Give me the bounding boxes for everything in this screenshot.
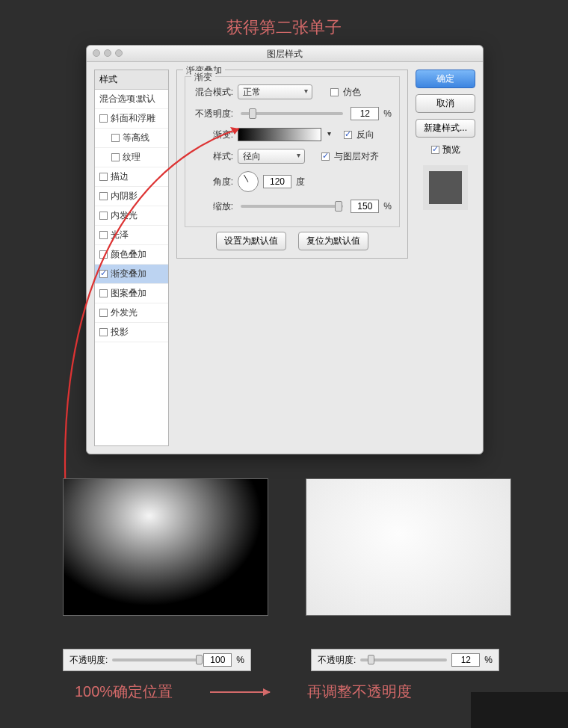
scale-label: 缩放: xyxy=(193,200,233,213)
dither-checkbox[interactable] xyxy=(330,88,339,96)
opacity-slider-right[interactable] xyxy=(360,658,447,661)
dialog-right-column: 确定 取消 新建样式... 预览 xyxy=(416,70,475,446)
annotation-title: 获得第二张单子 xyxy=(0,0,568,39)
overlay-patch xyxy=(471,692,568,728)
gradient-overlay-panel: 渐变叠加 渐变 混合模式: 正常 仿色 不透明度: % xyxy=(176,70,408,446)
dialog-titlebar: 图层样式 xyxy=(87,46,483,62)
styles-sidebar: 样式 混合选项:默认 斜面和浮雕 等高线 纹理 描边 内阴影 内发光 光泽 颜色… xyxy=(94,70,169,446)
preview-label: 预览 xyxy=(442,144,460,156)
opacity-input[interactable] xyxy=(351,107,379,120)
make-default-button[interactable]: 设置为默认值 xyxy=(216,232,286,250)
sidebar-item-color-overlay[interactable]: 颜色叠加 xyxy=(95,245,168,265)
checkbox-icon[interactable] xyxy=(99,212,108,220)
opacity-slider[interactable] xyxy=(241,112,343,115)
angle-unit: 度 xyxy=(296,176,305,188)
sidebar-item-contour[interactable]: 等高线 xyxy=(95,129,168,148)
preview-image-100 xyxy=(63,478,268,616)
arrow-right-icon xyxy=(210,691,270,693)
checkbox-icon[interactable] xyxy=(99,270,108,278)
checkbox-icon[interactable] xyxy=(99,114,108,123)
ok-button[interactable]: 确定 xyxy=(416,70,475,88)
dither-label: 仿色 xyxy=(343,86,361,99)
sidebar-item-inner-glow[interactable]: 内发光 xyxy=(95,206,168,226)
layer-style-dialog: 图层样式 样式 混合选项:默认 斜面和浮雕 等高线 纹理 描边 内阴影 内发光 … xyxy=(86,45,484,454)
checkbox-icon[interactable] xyxy=(99,173,108,181)
close-icon[interactable] xyxy=(93,49,100,57)
opacity-label: 不透明度: xyxy=(70,654,108,667)
preview-image-12 xyxy=(306,478,511,616)
sidebar-item-pattern-overlay[interactable]: 图案叠加 xyxy=(95,284,168,303)
checkbox-icon[interactable] xyxy=(111,134,120,142)
zoom-icon[interactable] xyxy=(115,49,123,57)
sidebar-item-gradient-overlay[interactable]: 渐变叠加 xyxy=(95,265,168,284)
gradient-label: 渐变: xyxy=(193,129,233,141)
opacity-slider-left[interactable] xyxy=(112,658,199,661)
style-label: 样式: xyxy=(193,150,233,163)
checkbox-icon[interactable] xyxy=(111,153,120,161)
annotation-left-text: 100%确定位置 xyxy=(75,682,173,702)
scale-input[interactable] xyxy=(351,200,379,213)
blend-mode-select[interactable]: 正常 xyxy=(238,84,312,99)
sidebar-item-satin[interactable]: 光泽 xyxy=(95,226,168,245)
style-select[interactable]: 径向 xyxy=(238,149,305,164)
opacity-bar-left: 不透明度: % xyxy=(63,649,251,671)
sidebar-item-drop-shadow[interactable]: 投影 xyxy=(95,323,168,342)
sidebar-item-inner-shadow[interactable]: 内阴影 xyxy=(95,187,168,206)
sidebar-blend-options[interactable]: 混合选项:默认 xyxy=(95,90,168,109)
checkbox-icon[interactable] xyxy=(99,309,108,317)
align-checkbox[interactable] xyxy=(321,152,330,161)
preview-swatch xyxy=(423,165,468,210)
minimize-icon[interactable] xyxy=(104,49,111,57)
checkbox-icon[interactable] xyxy=(99,328,108,336)
reset-default-button[interactable]: 复位为默认值 xyxy=(298,232,368,250)
checkbox-icon[interactable] xyxy=(99,250,108,259)
inner-title: 渐变 xyxy=(191,71,215,84)
window-controls[interactable] xyxy=(93,49,123,57)
cancel-button[interactable]: 取消 xyxy=(416,94,475,113)
opacity-input-right[interactable] xyxy=(451,653,480,667)
align-label: 与图层对齐 xyxy=(334,150,379,163)
checkbox-icon[interactable] xyxy=(99,231,108,239)
checkbox-icon[interactable] xyxy=(99,289,108,297)
scale-slider[interactable] xyxy=(241,205,343,208)
sidebar-item-stroke[interactable]: 描边 xyxy=(95,167,168,187)
checkbox-icon[interactable] xyxy=(99,192,108,200)
sidebar-item-bevel[interactable]: 斜面和浮雕 xyxy=(95,109,168,129)
preview-checkbox[interactable] xyxy=(431,146,439,154)
opacity-label: 不透明度: xyxy=(318,654,356,667)
new-style-button[interactable]: 新建样式... xyxy=(416,119,475,138)
opacity-label: 不透明度: xyxy=(193,108,233,120)
sidebar-item-texture[interactable]: 纹理 xyxy=(95,148,168,167)
gradient-swatch[interactable] xyxy=(238,128,321,141)
reverse-checkbox[interactable] xyxy=(344,131,352,139)
angle-input[interactable] xyxy=(263,175,291,188)
reverse-label: 反向 xyxy=(356,129,374,141)
percent-unit: % xyxy=(484,655,493,665)
angle-dial[interactable] xyxy=(238,171,259,192)
annotation-right-text: 再调整不透明度 xyxy=(307,682,412,702)
opacity-input-left[interactable] xyxy=(203,653,232,667)
sidebar-item-outer-glow[interactable]: 外发光 xyxy=(95,303,168,323)
dialog-title: 图层样式 xyxy=(267,49,303,59)
percent-unit: % xyxy=(236,655,244,665)
blend-mode-label: 混合模式: xyxy=(193,86,233,99)
annotation-bottom: 100%确定位置 再调整不透明度 xyxy=(75,682,412,702)
percent-unit: % xyxy=(383,108,392,119)
angle-label: 角度: xyxy=(193,176,233,188)
sidebar-header[interactable]: 样式 xyxy=(95,70,168,90)
percent-unit: % xyxy=(383,201,392,212)
opacity-bar-right: 不透明度: % xyxy=(311,649,499,671)
